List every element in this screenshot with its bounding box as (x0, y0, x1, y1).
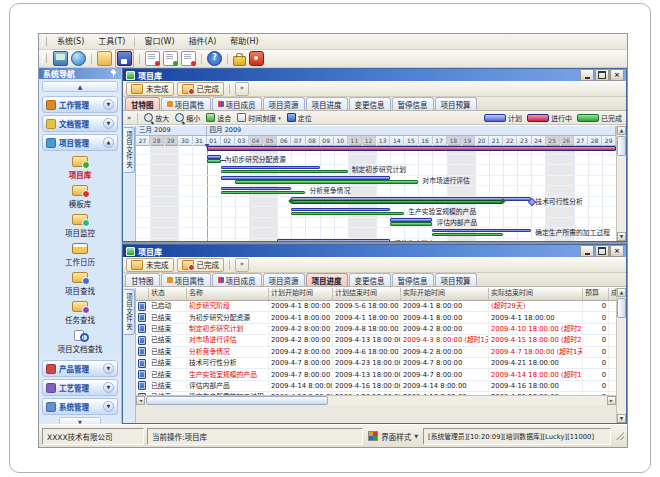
tab[interactable]: 项目预算 (435, 97, 477, 110)
column-header[interactable]: 状态 (149, 288, 187, 300)
chevron-icon[interactable]: ▼ (103, 118, 114, 129)
actual-bar[interactable] (291, 200, 503, 204)
locate-button[interactable]: 定位 (287, 113, 312, 123)
actual-bar[interactable] (221, 191, 306, 195)
menu-window[interactable]: 窗口(W) (137, 34, 181, 49)
tab[interactable]: 暂停信息 (392, 273, 434, 286)
unfinished-filter-button[interactable]: 未完成 (126, 82, 174, 96)
table-row[interactable]: 已结束生产实验室规模的产品2009-4-7 8:00:002009-4-13 1… (136, 369, 616, 380)
tab[interactable]: 变更信息 (349, 273, 391, 286)
table-row[interactable]: 已结束技术可行性分析2009-4-7 8:00:002009-4-23 18:0… (136, 358, 616, 369)
tab[interactable]: 项目进度 (306, 273, 348, 286)
tab[interactable]: 项目进度 (306, 97, 348, 110)
report-delete-icon[interactable] (181, 51, 196, 66)
menu-system[interactable]: 系统(S) (50, 34, 91, 49)
zoom-in-button[interactable]: 放大 (144, 113, 169, 123)
report-new-icon[interactable] (145, 51, 160, 66)
table-row[interactable]: 已结束制定初步研究计划2009-4-2 8:00:002009-4-8 18:0… (136, 324, 616, 335)
save-button[interactable] (115, 49, 134, 68)
finished-filter-button[interactable]: 已完成 (177, 258, 225, 272)
menu-tools[interactable]: 工具(T) (91, 34, 132, 49)
exit-icon[interactable] (249, 51, 264, 66)
close-button[interactable]: × (610, 245, 624, 257)
finished-filter-button[interactable]: 已完成 (177, 82, 225, 96)
minimize-button[interactable] (580, 69, 594, 81)
more-button[interactable]: » (235, 82, 249, 96)
tab[interactable]: 项目属性 (161, 97, 211, 110)
tab[interactable]: 项目资源 (263, 273, 305, 286)
table-row[interactable]: 已结束分析竞争情况2009-4-2 8:00:002009-4-6 18:00:… (136, 347, 616, 358)
column-header[interactable]: 计划开始时间 (269, 288, 333, 300)
tab[interactable]: 项目预算 (435, 273, 477, 286)
menu-plugins[interactable]: 插件(A) (182, 34, 224, 49)
summary-bar[interactable] (207, 146, 616, 151)
sidebar-item[interactable]: 项目文档查找 (39, 328, 121, 354)
lock-icon[interactable] (233, 56, 246, 66)
more-button[interactable]: » (235, 258, 249, 272)
tab[interactable]: 变更信息 (349, 97, 391, 110)
ui-style-dropdown[interactable]: 界面样式 ▼ (366, 431, 420, 442)
sidebar-group-header[interactable]: 工艺管理▼ (42, 379, 118, 396)
sidebar-item[interactable]: 模板库 (39, 183, 121, 209)
minimize-button[interactable] (580, 245, 594, 257)
gantt-vertical-scrollbar[interactable]: ▲ ▼ (616, 126, 626, 241)
report-edit-icon[interactable] (163, 51, 178, 66)
actual-bar[interactable] (235, 180, 419, 184)
resize-grip[interactable] (616, 432, 624, 440)
toolbar-drag-handle[interactable] (42, 37, 47, 46)
timescale-button[interactable]: 时间刻度▾ (237, 113, 281, 123)
browser-icon[interactable] (71, 51, 86, 66)
open-folder-icon[interactable] (97, 51, 112, 66)
tab[interactable]: 甘特图 (125, 273, 160, 286)
sidebar-item[interactable]: 项目查找 (39, 270, 121, 296)
scroll-down-arrow[interactable]: ▼ (617, 414, 626, 423)
actual-bar[interactable] (207, 159, 221, 163)
pin-icon[interactable] (110, 70, 117, 77)
window-title-bar[interactable]: 项目库 × (123, 245, 626, 257)
table-row[interactable]: 已启动初步研究阶段2009-4-1 8:00:002009-5-6 18:00:… (136, 301, 616, 312)
help-icon[interactable]: ? (207, 51, 222, 66)
sidebar-group-header[interactable]: 工作管理▼ (42, 96, 118, 113)
actual-bar[interactable] (390, 222, 432, 226)
tab[interactable]: 项目属性 (161, 273, 211, 286)
overflow-chevron[interactable]: » (127, 114, 131, 122)
system-icon[interactable] (53, 51, 68, 66)
close-button[interactable]: × (610, 69, 624, 81)
maximize-button[interactable] (595, 69, 609, 81)
plan-bar[interactable] (390, 218, 432, 222)
tab[interactable]: 项目成员 (212, 273, 262, 286)
chevron-icon[interactable]: ▼ (103, 382, 114, 393)
plan-bar[interactable] (432, 229, 531, 233)
table-horizontal-scrollbar[interactable]: ◄ ► (136, 395, 616, 405)
sidebar-group-header[interactable]: 项目管理▲ (42, 134, 118, 151)
scroll-up-arrow[interactable]: ▲ (617, 288, 626, 297)
sidebar-scroll-up-button[interactable]: ▲ (42, 81, 118, 92)
column-header[interactable]: 计划结束时间 (333, 288, 401, 300)
plan-bar[interactable] (221, 176, 390, 180)
column-header[interactable] (136, 288, 149, 300)
chevron-icon[interactable]: ▼ (103, 401, 114, 412)
sidebar-item[interactable]: 项目库 (39, 154, 121, 180)
scrollbar-thumb[interactable] (146, 396, 328, 405)
project-folder-side-tab[interactable]: 项目文件夹 (124, 127, 135, 173)
menu-help[interactable]: 帮助(H) (223, 34, 265, 49)
scrollbar-thumb[interactable] (617, 136, 626, 156)
chevron-icon[interactable]: ▼ (103, 363, 114, 374)
actual-bar[interactable] (291, 212, 404, 216)
actual-bar[interactable] (221, 170, 348, 174)
scroll-up-arrow[interactable]: ▲ (617, 126, 626, 135)
sidebar-item[interactable]: 任务查找 (39, 299, 121, 325)
column-header[interactable]: 名称 (187, 288, 269, 300)
table-vertical-scrollbar[interactable]: ▲ ▼ (616, 288, 626, 423)
column-header[interactable]: 预算 (583, 288, 609, 300)
scroll-right-arrow[interactable]: ► (607, 396, 616, 405)
column-header[interactable]: 实际开始时间 (401, 288, 489, 300)
unfinished-filter-button[interactable]: 未完成 (126, 258, 174, 272)
chevron-icon[interactable]: ▲ (103, 137, 114, 148)
scroll-left-arrow[interactable]: ◄ (136, 396, 145, 405)
window-title-bar[interactable]: 项目库 × (123, 69, 626, 81)
tab[interactable]: 项目资源 (263, 97, 305, 110)
actual-bar[interactable] (432, 233, 503, 237)
plan-bar[interactable] (221, 166, 320, 170)
tab[interactable]: 暂停信息 (392, 97, 434, 110)
